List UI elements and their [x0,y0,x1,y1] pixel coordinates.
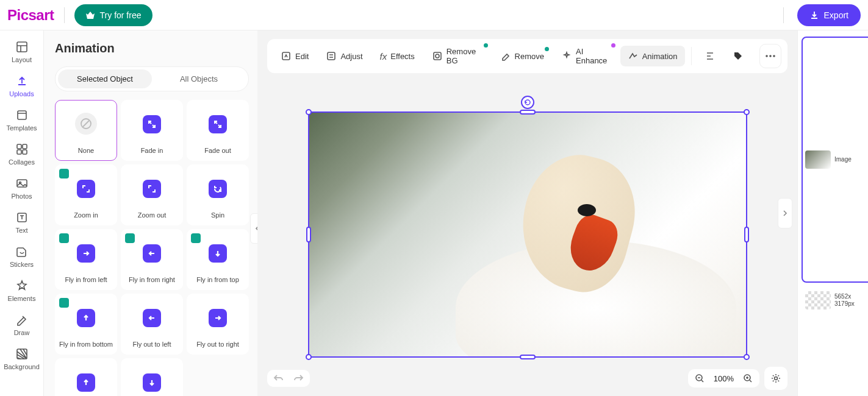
rail-label: Collages [9,158,35,166]
logo-separator [64,7,65,23]
tag-icon [733,51,744,62]
badge-dot-icon [484,43,488,48]
anim-zoom-out[interactable]: Zoom out [121,164,183,225]
rotate-handle[interactable] [521,96,534,109]
up-icon [77,373,95,392]
canvas[interactable] [257,73,797,396]
layer-image[interactable]: Image [802,37,868,283]
crown-icon [85,11,95,19]
anim-zoom-in[interactable]: Zoom in [55,164,117,225]
edit-button[interactable]: Edit [273,46,316,66]
rail-text[interactable]: Text [0,206,44,240]
rail-elements[interactable]: Elements [0,274,44,308]
rail-stickers[interactable]: Stickers [0,240,44,274]
zoom-out-button[interactable] [694,373,705,384]
down-icon [209,244,227,263]
zoom-in-button[interactable] [742,373,753,384]
anim-fly-in-from-top[interactable]: Fly in from top [187,229,249,290]
anim-none[interactable]: None [55,100,117,161]
align-button[interactable] [697,46,723,66]
premium-badge-icon [125,233,135,243]
expand-layers-button[interactable] [778,198,792,228]
logo[interactable]: Picsart [7,7,54,24]
anim-label: Fade out [204,147,231,160]
seg-selected-object[interactable]: Selected Object [58,69,152,88]
svg-point-15 [769,55,772,57]
svg-rect-4 [23,150,27,154]
rail-label: Templates [6,124,37,132]
anim-down[interactable] [121,358,183,396]
resize-handle-e[interactable] [744,227,749,242]
undo-button[interactable] [273,373,284,383]
anim-fade-in[interactable]: Fade in [121,100,183,161]
anim-up[interactable] [55,358,117,396]
anim-label: None [78,147,94,160]
anim-fade-out[interactable]: Fade out [187,100,249,161]
rail-label: Background [4,363,40,370]
color-button[interactable] [725,46,751,66]
remove-bg-icon [432,51,443,62]
collapse-panel-button[interactable] [250,213,257,244]
sparkle-icon [561,51,572,62]
fx-icon: fx [380,51,387,62]
rail-layout[interactable]: Layout [0,35,44,69]
resize-handle-sw[interactable] [306,354,312,360]
resize-handle-w[interactable] [306,227,311,242]
export-label: Export [824,10,848,20]
anim-label: Zoom out [138,211,166,225]
rail-background[interactable]: Background [0,342,44,377]
rail-collages[interactable]: Collages [0,138,44,172]
anim-fly-in-from-right[interactable]: Fly in from right [121,229,183,290]
canvas-area: Edit Adjust fxEffects Remove BG Remove A… [257,30,797,396]
photos-icon [15,177,29,190]
resize-handle-ne[interactable] [744,109,750,115]
export-button[interactable]: Export [797,4,861,26]
resize-handle-se[interactable] [744,354,750,360]
remove-bg-button[interactable]: Remove BG [425,42,490,70]
resize-handle-n[interactable] [520,110,536,115]
anim-fly-out-to-right[interactable]: Fly out to right [187,294,249,355]
zoom-value: 100% [714,374,734,383]
resize-handle-nw[interactable] [306,109,312,115]
rail-photos[interactable]: Photos [0,172,44,206]
rail-label: Layout [12,56,32,63]
align-icon [705,51,716,62]
premium-badge-icon [59,169,69,179]
svg-rect-1 [17,144,21,149]
svg-rect-2 [23,144,27,149]
seg-all-objects[interactable]: All Objects [152,69,246,88]
remove-button[interactable]: Remove [493,46,551,66]
selection-frame[interactable] [308,111,747,358]
zoomout-icon [143,180,161,198]
rail-draw[interactable]: Draw [0,308,44,342]
anim-label: Zoom in [74,211,98,225]
anim-spin[interactable]: Spin [187,164,249,225]
spin-icon [209,180,227,198]
settings-button[interactable] [764,367,787,390]
rail-label: Elements [8,295,36,302]
upload-icon [15,74,29,88]
animation-button[interactable]: Animation [620,46,685,66]
badge-dot-icon [545,47,549,51]
try-for-free-button[interactable]: Try for free [74,4,152,26]
draw-icon [15,313,29,327]
gear-icon [770,373,781,384]
rail-upload[interactable]: Uploads [0,69,44,104]
adjust-button[interactable]: Adjust [318,46,370,66]
anim-fly-out-to-left[interactable]: Fly out to left [121,294,183,355]
anim-fly-in-from-left[interactable]: Fly in from left [55,229,117,290]
expand-icon [143,115,161,133]
layer-canvas[interactable]: 5652x3179px [802,288,864,313]
effects-button[interactable]: fxEffects [373,46,422,66]
ai-enhance-button[interactable]: AI Enhance [554,42,618,70]
zoomin-icon [77,180,95,198]
anim-fly-in-from-bottom[interactable]: Fly in from bottom [55,294,117,355]
more-button[interactable] [759,44,781,68]
anim-label: Fly in from left [65,276,107,289]
panel-title: Animation [55,41,249,55]
rail-templates[interactable]: Templates [0,104,44,138]
svg-point-13 [436,54,439,58]
templates-icon [15,108,29,122]
resize-handle-s[interactable] [520,355,536,359]
redo-button[interactable] [293,373,304,383]
